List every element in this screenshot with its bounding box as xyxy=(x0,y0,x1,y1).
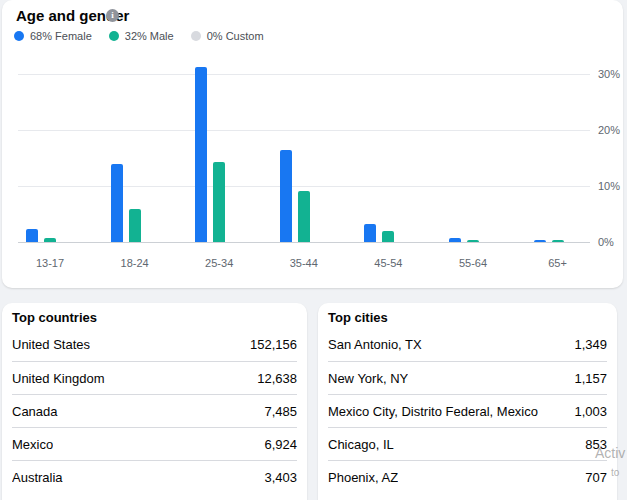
row-name: Phoenix, AZ xyxy=(328,470,398,485)
table-row: San Antonio, TX1,349 xyxy=(328,328,607,361)
bar-female-25-34[interactable] xyxy=(195,67,207,242)
top-countries-card: Top countries United States152,156United… xyxy=(2,303,307,500)
gridline xyxy=(18,130,590,131)
x-axis-label: 55-64 xyxy=(443,257,503,269)
table-row: Mexico City, Distrito Federal, Mexico1,0… xyxy=(328,394,607,427)
row-value: 3,403 xyxy=(264,470,297,485)
row-value: 853 xyxy=(585,437,607,452)
age-gender-card: Age and gender i 68% Female32% Male0% Cu… xyxy=(2,0,623,288)
table-row: Mexico6,924 xyxy=(12,427,297,460)
bar-male-55-64[interactable] xyxy=(467,240,479,242)
x-axis-label: 13-17 xyxy=(20,257,80,269)
table-row: United Kingdom12,638 xyxy=(12,361,297,394)
top-cities-title: Top cities xyxy=(318,303,617,328)
row-name: Mexico City, Distrito Federal, Mexico xyxy=(328,404,538,419)
gridline xyxy=(18,74,590,75)
row-name: Australia xyxy=(12,470,63,485)
gridline xyxy=(18,186,590,187)
top-countries-list: United States152,156United Kingdom12,638… xyxy=(2,328,307,493)
row-value: 152,156 xyxy=(250,337,297,352)
bar-male-45-54[interactable] xyxy=(382,231,394,242)
row-name: Chicago, IL xyxy=(328,437,394,452)
bar-female-45-54[interactable] xyxy=(364,224,376,242)
row-value: 1,003 xyxy=(574,404,607,419)
row-name: New York, NY xyxy=(328,371,408,386)
table-row: Phoenix, AZ707 xyxy=(328,460,607,493)
top-cities-card: Top cities San Antonio, TX1,349New York,… xyxy=(318,303,617,500)
gridline xyxy=(18,242,590,243)
top-countries-title: Top countries xyxy=(2,303,307,328)
row-name: Mexico xyxy=(12,437,53,452)
bar-female-65+[interactable] xyxy=(534,240,546,242)
row-name: San Antonio, TX xyxy=(328,337,422,352)
table-row: Australia3,403 xyxy=(12,460,297,493)
row-value: 7,485 xyxy=(264,404,297,419)
bar-male-35-44[interactable] xyxy=(298,191,310,242)
y-axis-tick: 10% xyxy=(598,179,627,193)
bar-male-18-24[interactable] xyxy=(129,209,141,242)
bar-male-65+[interactable] xyxy=(552,240,564,242)
x-axis-label: 65+ xyxy=(528,257,588,269)
x-axis-label: 25-34 xyxy=(189,257,249,269)
y-axis-tick: 0% xyxy=(598,235,627,249)
x-axis-label: 45-54 xyxy=(358,257,418,269)
row-name: Canada xyxy=(12,404,58,419)
y-axis-tick: 30% xyxy=(598,67,627,81)
bar-male-25-34[interactable] xyxy=(213,162,225,242)
bar-female-55-64[interactable] xyxy=(449,238,461,242)
x-axis-label: 35-44 xyxy=(274,257,334,269)
bar-female-18-24[interactable] xyxy=(111,164,123,242)
bar-female-13-17[interactable] xyxy=(26,229,38,242)
top-cities-list: San Antonio, TX1,349New York, NY1,157Mex… xyxy=(318,328,617,493)
bar-male-13-17[interactable] xyxy=(44,238,56,242)
bar-female-35-44[interactable] xyxy=(280,150,292,242)
table-row: United States152,156 xyxy=(12,328,297,361)
row-value: 707 xyxy=(585,470,607,485)
table-row: Chicago, IL853 xyxy=(328,427,607,460)
table-row: Canada7,485 xyxy=(12,394,297,427)
row-name: United States xyxy=(12,337,90,352)
row-name: United Kingdom xyxy=(12,371,105,386)
row-value: 1,349 xyxy=(574,337,607,352)
row-value: 6,924 xyxy=(264,437,297,452)
row-value: 12,638 xyxy=(257,371,297,386)
y-axis-tick: 20% xyxy=(598,123,627,137)
x-axis-label: 18-24 xyxy=(105,257,165,269)
table-row: New York, NY1,157 xyxy=(328,361,607,394)
age-gender-chart: 30%20%10%0%13-1718-2425-3435-4445-5455-6… xyxy=(2,0,623,288)
row-value: 1,157 xyxy=(574,371,607,386)
